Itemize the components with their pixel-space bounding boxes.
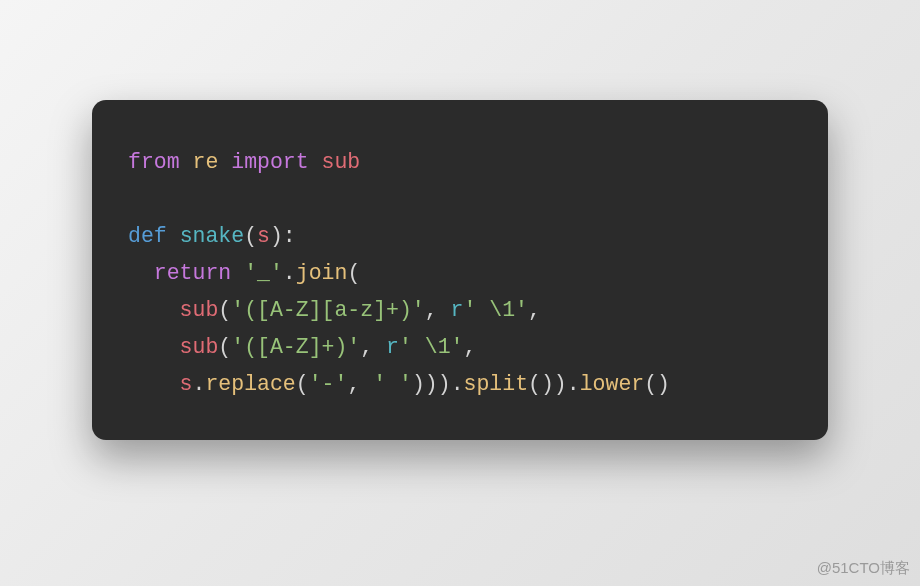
kw-import: import <box>231 150 308 174</box>
kw-from: from <box>128 150 180 174</box>
call-replace: replace <box>205 372 295 396</box>
comma: , <box>347 372 360 396</box>
str-dash: '-' <box>309 372 348 396</box>
line-3: def snake(s): <box>128 224 296 248</box>
comma: , <box>528 298 541 322</box>
parens: ()) <box>528 372 567 396</box>
line-7: s.replace('-', ' '))).split()).lower() <box>128 372 670 396</box>
dot: . <box>283 261 296 285</box>
import-id: sub <box>322 150 361 174</box>
dot: . <box>567 372 580 396</box>
comma: , <box>464 335 477 359</box>
call-join: join <box>296 261 348 285</box>
line-1: from re import sub <box>128 150 360 174</box>
module-name: re <box>193 150 219 174</box>
call-lower: lower <box>580 372 645 396</box>
dot: . <box>451 372 464 396</box>
paren-close: ): <box>270 224 296 248</box>
parens: ))) <box>412 372 451 396</box>
regex-str: '([A-Z]+)' <box>231 335 360 359</box>
code-block: from re import sub def snake(s): return … <box>128 144 792 403</box>
code-card: from re import sub def snake(s): return … <box>92 100 828 440</box>
paren: ( <box>296 372 309 396</box>
line-4: return '_'.join( <box>128 261 360 285</box>
var-s: s <box>180 372 193 396</box>
paren: ( <box>218 298 231 322</box>
regex-str: '([A-Z][a-z]+)' <box>231 298 425 322</box>
line-6: sub('([A-Z]+)', r' \1', <box>128 335 476 359</box>
kw-return: return <box>154 261 231 285</box>
watermark: @51CTO博客 <box>817 559 910 578</box>
call-split: split <box>464 372 529 396</box>
raw-str: ' \1' <box>399 335 464 359</box>
line-5: sub('([A-Z][a-z]+)', r' \1', <box>128 298 541 322</box>
call-sub: sub <box>180 335 219 359</box>
dot: . <box>193 372 206 396</box>
raw-str: ' \1' <box>464 298 529 322</box>
paren: ( <box>347 261 360 285</box>
param: s <box>257 224 270 248</box>
paren: ( <box>218 335 231 359</box>
str-underscore: '_' <box>244 261 283 285</box>
kw-def: def <box>128 224 167 248</box>
comma: , <box>425 298 438 322</box>
str-space: ' ' <box>373 372 412 396</box>
comma: , <box>360 335 373 359</box>
call-sub: sub <box>180 298 219 322</box>
paren-open: ( <box>244 224 257 248</box>
fn-name: snake <box>180 224 245 248</box>
raw-prefix: r <box>451 298 464 322</box>
parens: () <box>644 372 670 396</box>
raw-prefix: r <box>386 335 399 359</box>
